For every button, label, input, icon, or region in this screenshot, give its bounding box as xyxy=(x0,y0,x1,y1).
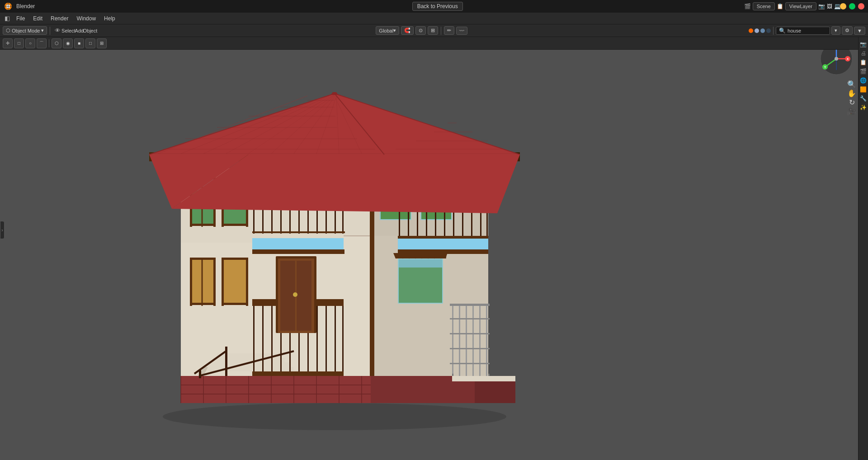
add-menu-icon[interactable]: Add xyxy=(75,26,84,35)
svg-rect-146 xyxy=(459,306,460,376)
svg-rect-155 xyxy=(450,333,490,334)
add-label: Add xyxy=(75,28,84,33)
mode-icon: ⬡ xyxy=(6,28,10,33)
outliner-filter-button[interactable]: ⚙ xyxy=(842,26,853,35)
svg-rect-90 xyxy=(222,258,248,260)
pan-icon[interactable]: ✋ xyxy=(848,89,855,97)
object-properties-icon[interactable]: 🟧 xyxy=(860,86,867,93)
svg-rect-149 xyxy=(479,306,481,376)
house-3d-render xyxy=(0,37,858,460)
modifier-properties-icon[interactable]: 🔧 xyxy=(860,95,867,102)
transform-pivot-button[interactable]: ⊞ xyxy=(428,26,438,35)
svg-text:Y: Y xyxy=(824,66,826,69)
material-dot xyxy=(760,28,765,33)
filter-dropdown-button[interactable]: ▾ xyxy=(831,26,840,35)
svg-rect-86 xyxy=(213,258,216,306)
separator xyxy=(50,27,50,35)
view-menu-icon[interactable]: 👁 xyxy=(53,26,62,35)
rendered-dot xyxy=(766,28,771,33)
svg-rect-157 xyxy=(450,363,490,364)
cursor-tool[interactable]: ✛ xyxy=(3,38,13,48)
svg-rect-63 xyxy=(326,306,327,371)
svg-rect-62 xyxy=(316,306,318,371)
svg-rect-154 xyxy=(450,318,490,319)
select-box-tool[interactable]: □ xyxy=(14,38,24,48)
svg-rect-91 xyxy=(222,303,248,305)
menu-help[interactable]: Help xyxy=(100,14,119,23)
zoom-icon[interactable]: 🔍 xyxy=(848,80,855,88)
back-to-previous-button[interactable]: Back to Previous xyxy=(412,2,463,11)
object-mode-dropdown[interactable]: ⬡ Object Mode ▾ xyxy=(3,26,47,35)
svg-rect-51 xyxy=(225,347,227,376)
svg-rect-56 xyxy=(262,306,264,371)
layer-icon: 📋 xyxy=(777,3,783,9)
svg-point-98 xyxy=(293,292,297,297)
separator-2 xyxy=(441,27,441,35)
wireframe-dot xyxy=(749,28,753,33)
select-lasso-tool[interactable]: ⌒ xyxy=(37,38,47,48)
world-properties-icon[interactable]: 🌐 xyxy=(860,77,867,84)
svg-marker-54 xyxy=(252,371,344,376)
select-menu-icon[interactable]: Select xyxy=(64,26,73,35)
view-icon-5[interactable]: ⊞ xyxy=(97,38,107,48)
mode-label: Object Mode xyxy=(12,28,40,33)
svg-rect-42 xyxy=(252,231,345,233)
view-icon-4[interactable]: □ xyxy=(85,38,95,48)
svg-marker-28 xyxy=(252,249,344,254)
view-layer-dropdown[interactable]: ViewLayer xyxy=(785,2,816,10)
menu-bar: ◧ File Edit Render Window Help xyxy=(0,13,868,24)
search-input[interactable] xyxy=(788,28,824,33)
minimize-button[interactable] xyxy=(840,3,846,9)
menu-file[interactable]: File xyxy=(13,14,28,23)
svg-rect-144 xyxy=(398,236,488,239)
annotation-button[interactable]: ✏ xyxy=(444,26,454,35)
svg-rect-55 xyxy=(253,306,255,371)
orbit-icon[interactable]: ↻ xyxy=(848,99,855,106)
camera-view-icon[interactable]: 🎥 xyxy=(848,108,855,115)
view-icon-2[interactable]: ◉ xyxy=(63,38,73,48)
snap-button[interactable]: 🧲 xyxy=(401,26,414,35)
transform-global-button[interactable]: Global ▾ xyxy=(376,26,399,35)
menu-window[interactable]: Window xyxy=(73,14,99,23)
viewport-header2: ✛ □ ○ ⌒ ⬡ ◉ ■ □ ⊞ xyxy=(0,37,858,50)
object-menu-icon[interactable]: Object xyxy=(85,26,94,35)
curve-button[interactable]: 〰 xyxy=(456,27,467,35)
view-icon-1[interactable]: ⬡ xyxy=(52,38,61,48)
svg-rect-151 xyxy=(450,304,490,306)
svg-marker-46 xyxy=(212,358,285,362)
mode-switcher-icon[interactable]: ◧ xyxy=(3,14,12,23)
view-filter-button[interactable]: ▼ xyxy=(854,27,865,35)
svg-point-5 xyxy=(163,403,506,430)
proportional-edit-button[interactable]: ⊙ xyxy=(415,26,426,35)
search-bar: 🔍 xyxy=(776,27,830,35)
select-circle-tool[interactable]: ○ xyxy=(25,38,35,48)
scene-properties-icon[interactable]: 🎬 xyxy=(860,68,867,75)
svg-text:X: X xyxy=(847,57,849,61)
svg-rect-96 xyxy=(280,261,295,331)
mode-chevron-icon: ▾ xyxy=(41,28,44,33)
particle-icon[interactable]: ✨ xyxy=(860,104,867,111)
maximize-button[interactable] xyxy=(849,3,855,9)
scene-bar: 🎬 Scene 📋 ViewLayer 📷 🖼 💻 xyxy=(744,0,841,13)
svg-marker-6 xyxy=(181,376,371,403)
svg-line-121 xyxy=(396,253,397,258)
view-layer-icon[interactable]: 📋 xyxy=(860,59,867,66)
left-sidebar-toggle[interactable]: › xyxy=(0,221,5,239)
main-viewport[interactable] xyxy=(0,37,858,460)
chevron-down-icon: ▾ xyxy=(393,28,396,33)
svg-rect-147 xyxy=(466,306,467,376)
svg-rect-65 xyxy=(342,306,344,371)
view-icon-3[interactable]: ■ xyxy=(74,38,84,48)
title-bar-right xyxy=(840,3,864,9)
title-bar: Blender Back to Previous 🎬 Scene 📋 ViewL… xyxy=(0,0,868,13)
svg-rect-156 xyxy=(450,348,490,349)
svg-marker-131 xyxy=(398,249,488,254)
close-button[interactable] xyxy=(858,3,864,9)
menu-edit[interactable]: Edit xyxy=(29,14,46,23)
output-properties-icon[interactable]: 🖨 xyxy=(860,50,867,57)
render-properties-icon[interactable]: 📷 xyxy=(860,41,867,48)
svg-rect-148 xyxy=(472,306,474,376)
menu-render[interactable]: Render xyxy=(47,14,72,23)
scene-dropdown[interactable]: Scene xyxy=(753,2,775,10)
svg-rect-93 xyxy=(246,258,248,306)
